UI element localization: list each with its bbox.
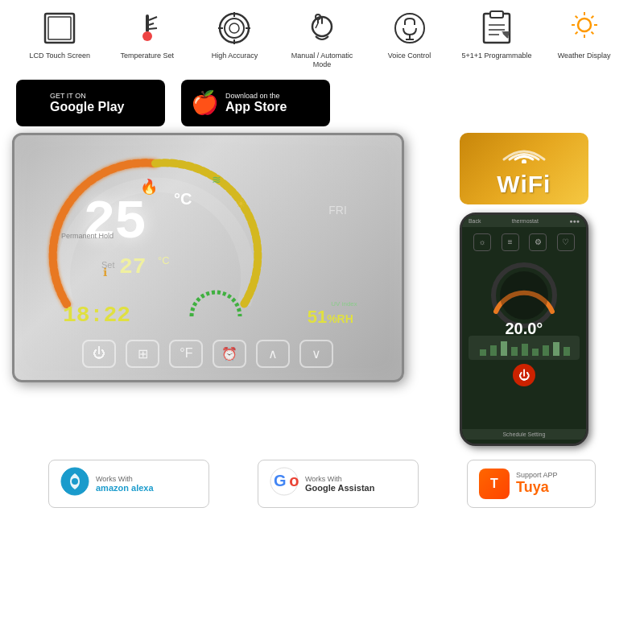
feature-temp-set: Temperature Set: [111, 8, 184, 60]
voice-control-icon: [390, 8, 430, 48]
phone-schedule-label: Schedule Setting: [462, 429, 586, 440]
google-play-icon: ▶: [26, 89, 43, 116]
temp-set-icon: [127, 8, 167, 48]
time-display: 18:22: [63, 303, 130, 328]
svg-rect-45: [480, 349, 486, 356]
svg-line-5: [149, 23, 154, 25]
lcd-touch-label: LCD Touch Screen: [30, 52, 90, 60]
phone-mockup: Back thermostat ●●● ☼ ≡ ⚙ ♡: [460, 213, 588, 446]
svg-rect-49: [522, 344, 528, 356]
app-store-badge[interactable]: 🍎 Download on the App Store: [181, 80, 330, 126]
alexa-text: Works With amazon alexa: [96, 475, 154, 493]
svg-line-37: [575, 32, 577, 35]
google-assistant-badge: G o o g l e Works With Google Assistan: [258, 460, 419, 508]
svg-rect-2: [146, 14, 149, 32]
svg-rect-50: [532, 349, 539, 356]
phone-icon-2[interactable]: ≡: [502, 233, 519, 251]
google-play-badge[interactable]: ▶ GET IT ON Google Play: [16, 80, 165, 126]
programmable-label: 5+1+1 Programmable: [462, 52, 532, 60]
svg-rect-1: [48, 17, 71, 39]
svg-rect-51: [543, 345, 549, 356]
svg-rect-46: [490, 345, 497, 356]
svg-point-44: [500, 271, 548, 320]
google-play-top-text: GET IT ON: [50, 92, 124, 100]
up-button[interactable]: ∧: [256, 340, 290, 368]
wifi-badge: WiFi: [460, 133, 588, 204]
phone-icon-1[interactable]: ☼: [473, 233, 491, 251]
down-button[interactable]: ∨: [299, 340, 333, 368]
wifi-label: WiFi: [497, 171, 551, 198]
google-assistant-text: Works With Google Assistan: [305, 475, 374, 493]
phone-screen: Back thermostat ●●● ☼ ≡ ⚙ ♡: [462, 215, 586, 444]
grid-button[interactable]: ⊞: [126, 340, 159, 368]
power-button[interactable]: ⏻: [82, 340, 116, 368]
weather-display-icon: [564, 8, 605, 48]
svg-rect-53: [564, 347, 570, 356]
manual-auto-label: Manual / Automatic Mode: [286, 52, 358, 69]
svg-rect-24: [490, 11, 503, 18]
svg-point-29: [578, 19, 591, 31]
svg-text:☀: ☀: [236, 197, 246, 210]
fahrenheit-button[interactable]: °F: [169, 340, 203, 368]
svg-text:≋: ≋: [212, 173, 221, 186]
svg-line-36: [591, 16, 593, 19]
phone-header: Back thermostat ●●●: [462, 215, 586, 227]
phone-icon-3[interactable]: ⚙: [529, 233, 547, 251]
svg-rect-52: [553, 342, 559, 356]
phone-back-button[interactable]: Back: [469, 218, 481, 224]
tuya-logo: T: [479, 469, 510, 499]
control-buttons: ⏻ ⊞ °F ⏰ ∧ ∨: [82, 340, 333, 368]
svg-line-35: [591, 32, 593, 35]
svg-line-4: [149, 17, 157, 20]
manual-auto-icon: [302, 8, 342, 48]
svg-point-3: [142, 31, 152, 41]
svg-point-42: [522, 159, 526, 163]
timer-button[interactable]: ⏰: [213, 340, 246, 368]
feature-programmable: 5+1+1 Programmable: [460, 8, 533, 60]
phone-title: thermostat: [512, 218, 539, 224]
alexa-logo: [60, 467, 89, 501]
google-logo: G o o g l e: [270, 467, 299, 501]
right-section: WiFi Back thermostat ●●● ☼ ≡ ⚙ ♡: [416, 133, 632, 446]
set-temp-unit: °C: [158, 254, 170, 266]
apple-icon: 🍎: [191, 89, 219, 116]
svg-line-17: [316, 23, 318, 28]
phone-icon-4[interactable]: ♡: [557, 233, 575, 251]
main-section: 🔥 ≋ ☀ ℹ 25 °C Set 27 °C 18:22 51%RH FRI …: [0, 133, 644, 446]
alexa-badge: Works With amazon alexa: [48, 460, 209, 508]
svg-rect-47: [501, 341, 507, 356]
current-temperature: 25: [83, 192, 146, 254]
svg-line-6: [149, 28, 157, 29]
thermostat-device: 🔥 ≋ ☀ ℹ 25 °C Set 27 °C 18:22 51%RH FRI …: [12, 133, 404, 382]
phone-temperature: 20.0°: [505, 320, 543, 338]
feature-high-accuracy: High Accuracy: [198, 8, 270, 60]
day-label: FRI: [328, 204, 347, 217]
weather-display-label: Weather Display: [558, 52, 611, 60]
svg-text:G
          o
          o
    : G o o g l e: [274, 472, 299, 489]
wifi-signal-icon: [500, 139, 548, 169]
feature-voice-control: Voice Control: [374, 8, 446, 60]
set-label: Set: [101, 260, 115, 270]
svg-point-9: [229, 23, 239, 33]
lcd-touch-icon: [39, 8, 80, 48]
high-accuracy-icon: [214, 8, 254, 48]
humidity-display: 51%RH: [308, 307, 353, 328]
phone-status: ●●●: [569, 218, 580, 224]
phone-power-button[interactable]: ⏻: [513, 364, 535, 386]
svg-rect-0: [45, 14, 74, 43]
features-section: LCD Touch Screen Temperature Set: [0, 0, 644, 73]
svg-point-55: [72, 478, 78, 485]
app-store-bottom-text: App Store: [225, 100, 287, 114]
feature-manual-auto: Manual / Automatic Mode: [286, 8, 358, 69]
temp-unit: °C: [174, 190, 192, 208]
high-accuracy-label: High Accuracy: [212, 52, 258, 60]
feature-weather-display: Weather Display: [548, 8, 621, 60]
google-play-bottom-text: Google Play: [50, 100, 124, 114]
svg-rect-48: [511, 347, 518, 356]
uv-index-label: UV index: [331, 300, 357, 308]
set-temperature: 27: [119, 254, 147, 279]
tuya-badge: T Support APP Tuya: [467, 460, 596, 508]
svg-point-19: [321, 23, 323, 24]
programmable-icon: [477, 8, 517, 48]
tuya-text: Support APP Tuya: [516, 471, 558, 496]
